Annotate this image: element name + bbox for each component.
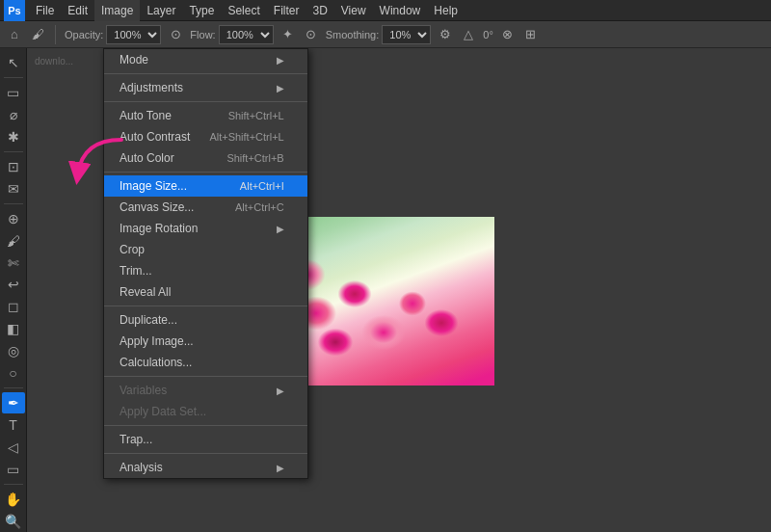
- pressure-flow-icon[interactable]: ⊙: [303, 26, 320, 43]
- toolbar-sep-1: [4, 77, 23, 78]
- menu-filter[interactable]: Filter: [267, 0, 306, 21]
- menu-view[interactable]: View: [334, 0, 373, 21]
- home-icon[interactable]: ⌂: [6, 26, 23, 43]
- hand-tool[interactable]: ✋: [2, 489, 25, 510]
- extra-icon[interactable]: ⊞: [522, 26, 540, 43]
- toolbar-sep-2: [4, 151, 23, 152]
- arrow-icon-5: ▶: [277, 463, 284, 473]
- shape-tool[interactable]: ▭: [2, 459, 25, 480]
- toolbar-sep-5: [4, 484, 23, 485]
- menu-item-canvas-size[interactable]: Canvas Size... Alt+Ctrl+C: [104, 197, 307, 218]
- menu-item-auto-contrast-shortcut: Alt+Shift+Ctrl+L: [209, 131, 283, 143]
- pen-tool[interactable]: ✒: [2, 392, 25, 413]
- menu-image[interactable]: Image: [94, 0, 140, 21]
- dodge-tool[interactable]: ○: [2, 362, 25, 384]
- menu-item-apply-image[interactable]: Apply Image...: [104, 331, 307, 352]
- path-selection-tool[interactable]: ◁: [2, 437, 25, 458]
- menu-item-duplicate[interactable]: Duplicate...: [104, 309, 307, 331]
- pressure-opacity-icon[interactable]: ⊙: [167, 26, 184, 43]
- angle-icon[interactable]: △: [460, 26, 477, 43]
- flow-select[interactable]: 100%: [219, 25, 274, 44]
- menu-item-crop[interactable]: Crop: [104, 239, 307, 260]
- zoom-tool[interactable]: 🔍: [2, 511, 25, 532]
- menu-item-auto-color[interactable]: Auto Color Shift+Ctrl+B: [104, 147, 307, 169]
- crop-tool[interactable]: ⊡: [2, 156, 25, 177]
- menu-item-calculations-label: Calculations...: [120, 356, 192, 369]
- brush-tool[interactable]: 🖌: [2, 230, 25, 252]
- menu-item-reveal-all[interactable]: Reveal All: [104, 281, 307, 303]
- left-toolbar: ↖ ▭ ⌀ ✱ ⊡ ✉ ⊕ 🖌 ✄ ↩ ◻ ◧ ◎ ○ ✒ T ◁ ▭ ✋ 🔍: [0, 48, 27, 532]
- airbrush-icon[interactable]: ✦: [279, 26, 297, 43]
- menu-bar: Ps File Edit Image Layer Type Select Fil…: [0, 0, 771, 21]
- menu-item-trim[interactable]: Trim...: [104, 260, 307, 281]
- menu-item-apply-data-set: Apply Data Set...: [104, 401, 307, 422]
- menu-item-auto-contrast-label: Auto Contrast: [120, 130, 190, 144]
- gradient-tool[interactable]: ◧: [2, 318, 25, 339]
- menu-item-mode[interactable]: Mode ▶: [104, 49, 307, 70]
- menu-item-auto-contrast[interactable]: Auto Contrast Alt+Shift+Ctrl+L: [104, 126, 307, 147]
- quick-select-tool[interactable]: ✱: [2, 126, 25, 147]
- settings-icon[interactable]: ⚙: [437, 26, 454, 43]
- menu-item-adjustments[interactable]: Adjustments ▶: [104, 77, 307, 98]
- smoothing-select[interactable]: 10%: [382, 25, 431, 44]
- history-brush-tool[interactable]: ↩: [2, 274, 25, 295]
- opacity-label: Opacity: 100%: [65, 25, 161, 44]
- arrow-icon-4: ▶: [277, 386, 284, 396]
- watermark-text: downlo...: [35, 56, 73, 66]
- menu-item-variables: Variables ▶: [104, 380, 307, 401]
- menu-item-canvas-size-shortcut: Alt+Ctrl+C: [235, 201, 284, 213]
- menu-item-apply-data-set-label: Apply Data Set...: [120, 405, 206, 418]
- symmetry-icon[interactable]: ⊗: [499, 26, 517, 43]
- menu-item-auto-tone[interactable]: Auto Tone Shift+Ctrl+L: [104, 105, 307, 126]
- menu-item-duplicate-label: Duplicate...: [120, 313, 177, 327]
- menu-item-variables-label: Variables: [120, 384, 167, 397]
- type-tool[interactable]: T: [2, 414, 25, 436]
- move-tool[interactable]: ↖: [2, 52, 25, 73]
- opacity-select[interactable]: 100%: [106, 25, 161, 44]
- menu-help[interactable]: Help: [427, 0, 465, 21]
- menu-sep-2: [104, 101, 307, 102]
- eraser-tool[interactable]: ◻: [2, 296, 25, 317]
- brush-icon[interactable]: 🖌: [29, 26, 46, 43]
- menu-item-calculations[interactable]: Calculations...: [104, 352, 307, 373]
- menu-item-mode-label: Mode: [120, 53, 148, 66]
- menu-item-image-size[interactable]: Image Size... Alt+Ctrl+I: [104, 175, 307, 197]
- menu-file[interactable]: File: [29, 0, 61, 21]
- menu-edit[interactable]: Edit: [61, 0, 94, 21]
- toolbar-sep-4: [4, 387, 23, 388]
- menu-select[interactable]: Select: [221, 0, 266, 21]
- eyedropper-tool[interactable]: ✉: [2, 178, 25, 200]
- menu-sep-3: [104, 172, 307, 173]
- menu-item-auto-color-shortcut: Shift+Ctrl+B: [226, 152, 283, 164]
- menu-3d[interactable]: 3D: [306, 0, 333, 21]
- marquee-tool[interactable]: ▭: [2, 82, 25, 103]
- menu-item-auto-color-label: Auto Color: [120, 151, 174, 165]
- menu-item-adjustments-label: Adjustments: [120, 81, 183, 94]
- menu-item-analysis-label: Analysis: [120, 461, 163, 474]
- lasso-tool[interactable]: ⌀: [2, 104, 25, 125]
- clone-tool[interactable]: ✄: [2, 253, 25, 274]
- arrow-icon-3: ▶: [277, 224, 284, 234]
- menu-layer[interactable]: Layer: [140, 0, 182, 21]
- menu-window[interactable]: Window: [373, 0, 428, 21]
- menu-type[interactable]: Type: [182, 0, 221, 21]
- arrow-icon: ▶: [277, 55, 284, 66]
- menu-sep-1: [104, 73, 307, 74]
- healing-brush-tool[interactable]: ⊕: [2, 208, 25, 229]
- menu-item-auto-tone-shortcut: Shift+Ctrl+L: [228, 110, 284, 121]
- menu-sep-6: [104, 425, 307, 426]
- menu-item-image-rotation-label: Image Rotation: [120, 222, 198, 235]
- menu-item-auto-tone-label: Auto Tone: [120, 109, 172, 122]
- menu-item-trap[interactable]: Trap...: [104, 429, 307, 450]
- menu-sep-4: [104, 306, 307, 306]
- app-logo: Ps: [4, 0, 25, 21]
- image-menu: Mode ▶ Adjustments ▶ Auto Tone Shift+Ctr…: [103, 48, 308, 479]
- menu-item-image-rotation[interactable]: Image Rotation ▶: [104, 218, 307, 239]
- menu-item-analysis[interactable]: Analysis ▶: [104, 457, 307, 478]
- smoothing-label: Smoothing: 10%: [326, 25, 432, 44]
- blur-tool[interactable]: ◎: [2, 340, 25, 361]
- options-bar: ⌂ 🖌 Opacity: 100% ⊙ Flow: 100% ✦ ⊙ Smoot…: [0, 21, 771, 48]
- main-layout: ↖ ▭ ⌀ ✱ ⊡ ✉ ⊕ 🖌 ✄ ↩ ◻ ◧ ◎ ○ ✒ T ◁ ▭ ✋ 🔍 …: [0, 48, 771, 532]
- separator: [55, 25, 56, 44]
- menu-item-image-size-label: Image Size...: [120, 179, 187, 193]
